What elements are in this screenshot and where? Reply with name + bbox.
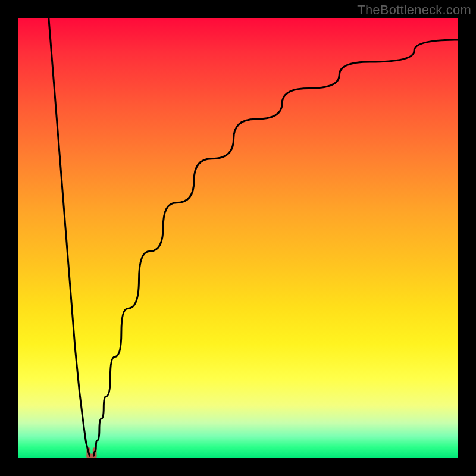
outer-frame: TheBottleneck.com xyxy=(0,0,476,476)
svg-rect-2 xyxy=(86,454,96,458)
curve-svg xyxy=(18,18,458,458)
left-curve xyxy=(49,18,90,456)
watermark-text: TheBottleneck.com xyxy=(357,2,471,18)
right-curve xyxy=(93,40,458,456)
plot-area xyxy=(18,18,458,458)
